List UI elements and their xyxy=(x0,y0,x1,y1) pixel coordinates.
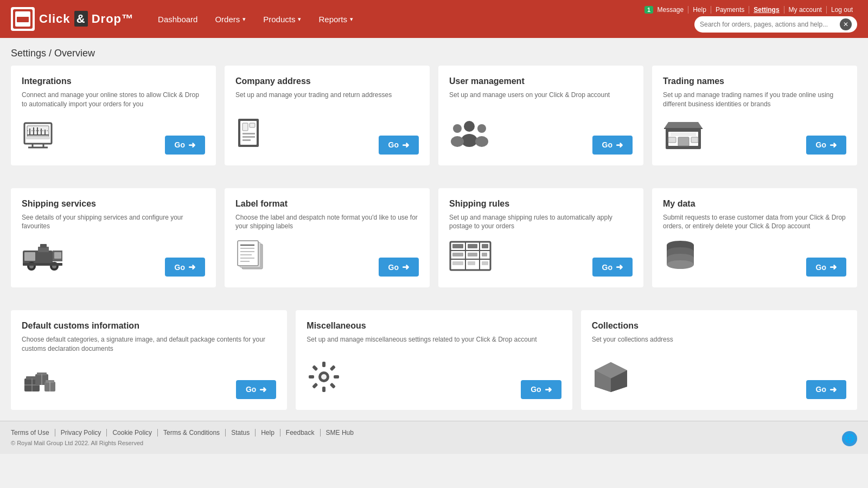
default-customs-desc: Choose default categories, a signature i… xyxy=(22,335,276,354)
help-link[interactable]: Help xyxy=(688,6,711,14)
nav-products[interactable]: Products ▾ xyxy=(256,10,309,28)
svg-rect-30 xyxy=(678,137,689,146)
svg-rect-96 xyxy=(312,365,318,371)
trading-names-title: Trading names xyxy=(663,76,846,86)
collections-go-button[interactable]: Go ➜ xyxy=(806,380,846,399)
reports-chevron-icon: ▾ xyxy=(350,16,353,23)
integrations-bottom: Go ➜ xyxy=(22,120,205,155)
help-footer-link[interactable]: Help xyxy=(256,429,280,436)
user-management-go-button[interactable]: Go ➜ xyxy=(592,136,633,155)
company-address-icon xyxy=(235,118,265,155)
user-management-title: User management xyxy=(449,76,633,86)
settings-grid-row2: Shipping services See details of your sh… xyxy=(0,188,868,311)
svg-rect-21 xyxy=(242,139,251,141)
header-links: 1 Message Help Payments Settings My acco… xyxy=(640,6,857,14)
label-format-desc: Choose the label and despatch note forma… xyxy=(235,213,419,232)
svg-point-26 xyxy=(477,124,486,133)
user-management-bottom: Go ➜ xyxy=(449,119,633,155)
svg-rect-93 xyxy=(322,387,326,392)
miscellaneous-desc: Set up and manage miscellaneous settings… xyxy=(307,335,561,351)
label-format-go-button[interactable]: Go ➜ xyxy=(379,258,419,277)
royal-mail-logo xyxy=(11,7,35,31)
settings-grid-row1: Integrations Connect and manage your onl… xyxy=(0,66,868,188)
svg-rect-69 xyxy=(482,261,488,265)
shipping-services-desc: See details of your shipping services an… xyxy=(22,213,205,234)
collections-title: Collections xyxy=(592,321,846,331)
shipping-services-title: Shipping services xyxy=(22,199,205,209)
nav-orders[interactable]: Orders ▾ xyxy=(207,10,253,28)
trading-names-go-button[interactable]: Go ➜ xyxy=(806,136,846,155)
svg-rect-67 xyxy=(452,261,463,265)
default-customs-go-button[interactable]: Go ➜ xyxy=(236,380,276,399)
sme-hub-link[interactable]: SME Hub xyxy=(321,429,359,436)
trading-names-icon xyxy=(663,118,704,155)
company-address-title: Company address xyxy=(235,76,419,86)
orders-chevron-icon: ▾ xyxy=(242,16,246,23)
miscellaneous-go-button[interactable]: Go ➜ xyxy=(521,380,561,399)
main-nav: Dashboard Orders ▾ Products ▾ Reports ▾ xyxy=(150,10,640,28)
message-link[interactable]: 1 Message xyxy=(640,6,688,14)
miscellaneous-card: Miscellaneous Set up and manage miscella… xyxy=(296,310,572,410)
nav-reports[interactable]: Reports ▾ xyxy=(311,10,361,28)
terms-conditions-link[interactable]: Terms & Conditions xyxy=(158,429,226,436)
svg-rect-18 xyxy=(250,123,255,127)
integrations-go-button[interactable]: Go ➜ xyxy=(165,136,205,155)
feedback-link[interactable]: Feedback xyxy=(280,429,321,436)
svg-rect-20 xyxy=(242,136,255,138)
shipping-services-card: Shipping services See details of your sh… xyxy=(11,188,216,288)
svg-rect-89 xyxy=(322,362,326,367)
header: Click & Drop™ Dashboard Orders ▾ Product… xyxy=(0,0,868,38)
message-badge: 1 xyxy=(644,6,653,14)
company-address-bottom: Go ➜ xyxy=(235,118,419,155)
settings-link[interactable]: Settings xyxy=(749,6,784,14)
my-data-go-button[interactable]: Go ➜ xyxy=(806,258,846,277)
footer-bottom: Terms of Use Privacy Policy Cookie Polic… xyxy=(11,429,857,446)
search-bar: ✕ xyxy=(694,16,857,33)
user-management-icon xyxy=(449,119,490,155)
svg-rect-49 xyxy=(238,241,258,266)
my-account-link[interactable]: My account xyxy=(784,6,827,14)
svg-point-88 xyxy=(321,374,327,380)
company-address-card: Company address Set up and manage your t… xyxy=(225,66,430,165)
svg-rect-44 xyxy=(23,263,62,266)
shipping-services-go-button[interactable]: Go ➜ xyxy=(165,258,205,277)
svg-rect-6 xyxy=(26,137,50,139)
nav-dashboard[interactable]: Dashboard xyxy=(150,10,205,28)
shipping-rules-go-button[interactable]: Go ➜ xyxy=(592,258,633,277)
header-right: 1 Message Help Payments Settings My acco… xyxy=(640,6,857,33)
svg-rect-39 xyxy=(54,252,61,259)
integrations-title: Integrations xyxy=(22,76,205,86)
logo-ampersand: & xyxy=(74,11,88,27)
go-arrow-icon: ➜ xyxy=(829,262,837,272)
search-button[interactable]: ✕ xyxy=(840,18,852,30)
my-data-card: My data Submit requests to erase custome… xyxy=(652,188,857,288)
miscellaneous-icon xyxy=(307,359,342,399)
go-arrow-icon: ➜ xyxy=(259,384,266,395)
go-arrow-icon: ➜ xyxy=(188,262,195,272)
status-link[interactable]: Status xyxy=(226,429,256,436)
privacy-policy-link[interactable]: Privacy Policy xyxy=(55,429,107,436)
trading-names-bottom: Go ➜ xyxy=(663,118,846,155)
svg-rect-91 xyxy=(334,375,339,378)
go-arrow-icon: ➜ xyxy=(829,384,837,395)
company-address-go-button[interactable]: Go ➜ xyxy=(379,136,419,155)
terms-of-use-link[interactable]: Terms of Use xyxy=(11,429,55,436)
label-format-icon xyxy=(235,240,268,277)
collections-bottom: Go ➜ xyxy=(592,359,846,399)
svg-point-76 xyxy=(667,260,694,269)
log-out-link[interactable]: Log out xyxy=(827,6,857,14)
label-format-title: Label format xyxy=(235,199,419,209)
payments-link[interactable]: Payments xyxy=(711,6,749,14)
miscellaneous-title: Miscellaneous xyxy=(307,321,561,331)
svg-rect-62 xyxy=(468,244,477,248)
breadcrumb: Settings / Overview xyxy=(0,38,868,66)
default-customs-bottom: Go ➜ xyxy=(22,362,276,399)
search-input[interactable] xyxy=(700,21,840,28)
logo-text: Click & Drop™ xyxy=(39,12,134,26)
user-management-card: User management Set up and manage users … xyxy=(438,66,643,165)
svg-point-27 xyxy=(475,136,488,147)
svg-rect-66 xyxy=(482,253,487,256)
default-customs-icon xyxy=(22,362,62,399)
go-arrow-icon: ➜ xyxy=(402,140,409,150)
cookie-policy-link[interactable]: Cookie Policy xyxy=(107,429,158,436)
